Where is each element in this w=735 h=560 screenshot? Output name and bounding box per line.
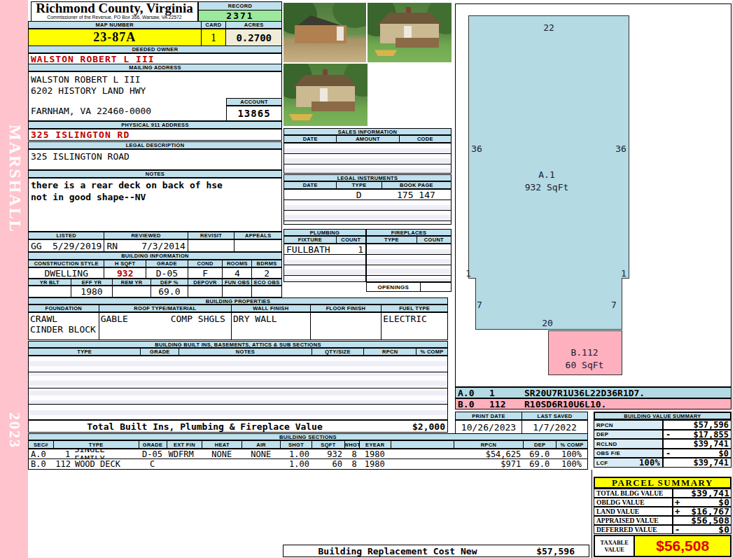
building-info-title: BUILDING INFORMATION <box>28 252 282 260</box>
area-a-label: A.1 <box>538 169 554 180</box>
bvs-obs-value: $0 <box>719 449 729 457</box>
bs-b-type: 112 WOOD DECK <box>53 459 139 469</box>
dim-step-left: 1 <box>465 268 471 279</box>
appeals-cell <box>234 240 281 251</box>
map-number-value: 23-87A <box>29 29 201 46</box>
eco-obs-value <box>251 286 281 297</box>
legend-b-num: 112 <box>487 399 522 409</box>
roof-material-value: COMP SHGLS <box>171 314 225 324</box>
bs-a-grade: D-05 <box>139 449 167 458</box>
reviewed-by: RN <box>106 241 118 251</box>
obldg-value: $0 <box>718 498 729 506</box>
bs-a-comp: 100% <box>556 449 587 458</box>
legal-instrument-row: D 175 147 <box>284 189 451 200</box>
bvs-dep-value: $17,855 <box>693 430 729 438</box>
deferred-value: $0 <box>718 526 729 533</box>
instrument-book-page: 175 147 <box>382 190 451 200</box>
deeded-owner-value: WALSTON ROBERT L III <box>29 54 281 64</box>
building-props-values: CRAWL CINDER BLOCK GABLE COMP SHGLS DRY … <box>28 312 448 340</box>
fixture-count: 1 <box>336 244 365 254</box>
fireplaces-header: TYPE COUNT <box>366 236 451 244</box>
print-info-header: PRINT DATE LAST SAVED <box>455 412 588 420</box>
bs-b-heat <box>202 459 241 469</box>
grade-label: GRADE <box>146 260 188 267</box>
rem-yr-value <box>112 286 150 297</box>
bs-b-rpcn: $971 <box>453 459 523 469</box>
deeded-owner-row: WALSTON ROBERT L III <box>28 53 282 64</box>
bs-b-sqft: 60 <box>312 459 344 469</box>
bvs-row-lcf: LCF 100% $39,741 <box>594 458 732 468</box>
notes-line-2: not in good shape--NV <box>31 192 146 202</box>
dep-pct-label: DEP % <box>150 279 188 285</box>
roof-type-value: GABLE <box>101 314 171 324</box>
area-a-sqft: 932 SqFt <box>525 182 569 192</box>
bs-b-extfin <box>167 459 202 469</box>
mailing-line-2: 6202 HISTORY LAND HWY <box>31 85 146 96</box>
acres-label: ACRES <box>225 22 281 28</box>
bs-a-eyear: 1980 <box>359 449 391 458</box>
account-label: ACCOUNT <box>227 99 281 105</box>
total-bldg-label: TOTAL BLDG VALUE <box>594 489 672 497</box>
bs-spacer <box>391 441 454 448</box>
legal-description-box: 325 ISLINGTON ROAD <box>28 149 282 170</box>
bvs-rclnd-cell: $39,741 <box>662 440 731 448</box>
yr-blt-label: YR BLT <box>29 279 71 285</box>
map-header-row: MAP NUMBER CARD ACRES <box>28 21 282 29</box>
bs-a-type: 1 SINGLE FAMILY <box>53 449 139 458</box>
plumbing-title-label: PLUMBING <box>284 230 365 235</box>
review-header-row: LISTED REVIEWED REVISIT APPEALS <box>28 232 282 239</box>
legend-a-num: 1 <box>487 388 522 398</box>
bdrms-value: 2 <box>251 268 281 278</box>
bs-b-sec: B.0 <box>29 459 53 469</box>
openings-label: OPENINGS <box>367 283 420 291</box>
bs-b-type-name: WOOD DECK <box>75 459 120 469</box>
instrument-date <box>284 190 336 200</box>
grade-value: D-05 <box>146 268 188 278</box>
dim-bottom: 20 <box>542 318 553 328</box>
total-bldg-value: $39,741 <box>691 489 729 497</box>
bs-a-extfin: WDFRM <box>167 449 202 458</box>
bs-eyear-label: EYEAR <box>359 441 391 448</box>
property-photo-rear <box>284 3 366 62</box>
building-props-title-label: BUILDING PROPERTIES <box>29 298 447 304</box>
bvs-lcf-label-cell: LCF 100% <box>594 458 662 467</box>
physical-address-value: 325 ISLINGTON RD <box>29 130 281 140</box>
wall-finish-value: DRY WALL <box>231 313 310 340</box>
legal-instruments-header: DATE TYPE BOOK PAGE <box>284 181 451 189</box>
built-ins-empty-rows <box>28 356 448 420</box>
built-ins-title: BUILDING BUILT INS, BASEMENTS, ATTICS & … <box>28 341 448 348</box>
bs-b-air <box>241 459 280 469</box>
last-saved-label: LAST SAVED <box>522 412 587 419</box>
building-sections-header: SEC# TYPE GRADE EXT FIN HEAT AIR SHGT SQ… <box>28 440 588 449</box>
built-ins-comp-label: % COMP <box>416 349 447 355</box>
bvs-obs-op: - <box>666 449 671 457</box>
bvs-dep-cell: - $17,855 <box>662 430 731 438</box>
bvs-row-rpcn: RPCN $57,596 <box>594 420 732 430</box>
mailing-line-3: FARNHAM, VA 22460-0000 <box>31 106 151 116</box>
obldg-op: + <box>675 498 680 506</box>
print-date-value: 10/26/2023 <box>456 421 522 433</box>
bvs-row-obs: OBS F/E - $0 <box>594 449 732 458</box>
sales-amount-label: AMOUNT <box>336 136 398 142</box>
built-ins-grade-label: GRADE <box>140 349 178 355</box>
taxable-value-row: TAXABLE VALUE $56,508 <box>594 535 732 557</box>
openings-row: OPENINGS <box>366 282 451 292</box>
listed-label: LISTED <box>29 232 104 239</box>
instrument-type-label: TYPE <box>336 182 381 188</box>
sketch-legend-b: B.0 112 R10SD6R10U6L10. <box>455 398 732 410</box>
foundation-label: FOUNDATION <box>29 305 99 312</box>
land-cell: + $16,767 <box>672 507 731 515</box>
building-info-header1: CONSTRUCTION STYLE H SQFT GRADE COND ROO… <box>28 260 282 267</box>
eco-obs-label: ECO OBS <box>251 279 281 285</box>
sketch-legend-a: A.0 1 SR20U7R1U36L22D36R1D7. <box>455 387 732 398</box>
bs-a-whgt: 8 <box>344 449 359 458</box>
reviewed-cell: RN 7/3/2014 <box>104 240 187 251</box>
taxable-label-line2: VALUE <box>604 546 624 553</box>
fuel-type-value: ELECTRIC <box>381 313 447 340</box>
plumbing-title: PLUMBING <box>284 229 366 236</box>
appraised-cell: $56,508 <box>672 517 731 524</box>
map-number-label: MAP NUMBER <box>29 22 201 28</box>
bvs-lcf-cell: $39,741 <box>662 458 731 467</box>
bs-b-dep: 69.0 <box>523 459 556 469</box>
building-props-title: BUILDING PROPERTIES <box>28 298 448 304</box>
